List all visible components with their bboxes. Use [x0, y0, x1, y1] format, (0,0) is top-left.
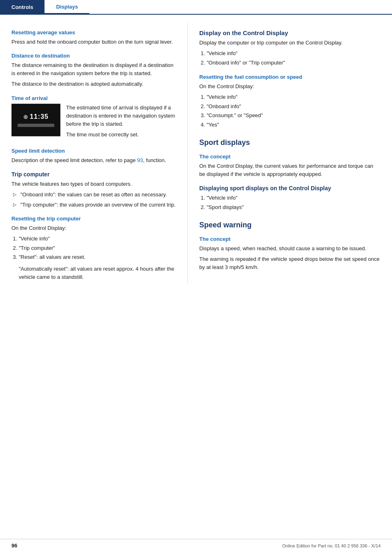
right-column: Display on the Control Display Display t… [188, 23, 392, 284]
page-footer: 96 Online Edition for Part no. 01 40 2 9… [0, 539, 392, 549]
heading-resetting-average: Resetting average values [11, 29, 176, 36]
heading-display-control: Display on the Control Display [199, 29, 381, 36]
section-resetting-fuel: Resetting the fuel consumption or speed … [199, 74, 381, 129]
heading-resetting-fuel: Resetting the fuel consumption or speed [199, 74, 381, 80]
text-resetting-trip-intro: On the Control Display: [11, 224, 176, 232]
step-resetting-trip-2: "Trip computer" [19, 244, 176, 253]
step-sport-2: "Sport displays" [207, 203, 381, 212]
section-display-control: Display on the Control Display Display t… [199, 29, 381, 67]
link-page93[interactable]: 93 [137, 157, 143, 163]
text-speed-warning-2: The warning is repeated if the vehicle s… [199, 255, 381, 271]
toa-image: ⊕ 11:35 [11, 104, 60, 136]
heading-time-of-arrival: Time of arrival [11, 95, 176, 101]
section-trip-computer: Trip computer The vehicle features two t… [11, 171, 176, 209]
tab-displays[interactable]: Displays [45, 0, 89, 14]
text-resetting-average: Press and hold the onboard computer butt… [11, 38, 176, 46]
toa-text-2: The time must be correctly set. [66, 131, 176, 139]
heading-sport-displays: Sport displays [199, 138, 381, 147]
text-speed-limit: Description of the speed limit detection… [11, 156, 176, 165]
step-display-control-2: "Onboard info" or "Trip computer" [207, 59, 381, 67]
steps-resetting-fuel: "Vehicle info" "Onboard info" "Consumpt.… [207, 93, 381, 129]
text-distance-2: The distance to the destination is adopt… [11, 80, 176, 88]
heading-trip-computer: Trip computer [11, 171, 176, 178]
toa-text-1: The estimated time of arrival is display… [66, 104, 176, 128]
steps-displaying-sport: "Vehicle info" "Sport displays" [207, 194, 381, 212]
subsection-sport-concept: The concept On the Control Display, the … [199, 153, 381, 178]
toa-bar [18, 124, 54, 127]
text-distance-1: The distance remaining to the destinatio… [11, 61, 176, 78]
section-resetting-average: Resetting average values Press and hold … [11, 29, 176, 46]
step-fuel-3: "Consumpt." or "Speed" [207, 111, 381, 120]
toa-description: The estimated time of arrival is display… [66, 104, 176, 142]
text-speed-warning-1: Displays a speed, when reached, should c… [199, 245, 381, 253]
text-sport-concept: On the Control Display, the current valu… [199, 162, 381, 178]
text-resetting-trip-note: "Automatically reset": all values are re… [19, 265, 176, 281]
section-speed-warning: Speed warning The concept Displays a spe… [199, 221, 381, 271]
page-header: Controls Displays [0, 0, 392, 15]
toa-time: 11:35 [30, 113, 49, 120]
bullet-onboard-info: "Onboard info": the values can be reset … [13, 191, 176, 199]
heading-speed-warning: Speed warning [199, 221, 381, 229]
step-sport-1: "Vehicle info" [207, 194, 381, 202]
subsection-displaying-sport: Displaying sport displays on the Control… [199, 185, 381, 212]
left-column: Resetting average values Press and hold … [0, 23, 188, 284]
section-resetting-trip: Resetting the trip computer On the Contr… [11, 216, 176, 282]
heading-speed-warning-concept: The concept [199, 236, 381, 242]
heading-sport-concept: The concept [199, 153, 381, 160]
text-trip-computer: The vehicle features two types of board … [11, 180, 176, 188]
tab-controls[interactable]: Controls [0, 0, 45, 14]
step-resetting-trip-3: "Reset": all values are reset. [19, 253, 176, 262]
subsection-speed-warning-concept: The concept Displays a speed, when reach… [199, 236, 381, 271]
toa-block: ⊕ 11:35 The estimated time of arrival is… [11, 104, 176, 142]
steps-display-control: "Vehicle info" "Onboard info" or "Trip c… [207, 49, 381, 67]
step-fuel-4: "Yes" [207, 121, 381, 129]
trip-computer-bullets: "Onboard info": the values can be reset … [13, 191, 176, 209]
page-number: 96 [11, 543, 17, 549]
step-display-control-1: "Vehicle info" [207, 49, 381, 58]
heading-speed-limit: Speed limit detection [11, 148, 176, 154]
heading-displaying-sport: Displaying sport displays on the Control… [199, 185, 381, 191]
steps-resetting-trip: "Vehicle info" "Trip computer" "Reset": … [19, 235, 176, 262]
step-fuel-2: "Onboard info" [207, 102, 381, 111]
text-resetting-fuel-intro: On the Control Display: [199, 82, 381, 91]
heading-distance: Distance to destination [11, 53, 176, 59]
main-content: Resetting average values Press and hold … [0, 15, 392, 292]
bullet-trip-computer: "Trip computer": the values provide an o… [13, 201, 176, 209]
footer-copyright: Online Edition for Part no. 01 40 2 956 … [282, 543, 381, 548]
section-distance: Distance to destination The distance rem… [11, 53, 176, 88]
section-time-of-arrival: Time of arrival ⊕ 11:35 The estimated ti… [11, 95, 176, 142]
step-resetting-trip-1: "Vehicle info" [19, 235, 176, 243]
heading-resetting-trip: Resetting the trip computer [11, 216, 176, 222]
clock-icon: ⊕ [23, 113, 28, 120]
text-display-control: Display the computer or trip computer on… [199, 39, 381, 47]
section-speed-limit: Speed limit detection Description of the… [11, 148, 176, 165]
step-fuel-1: "Vehicle info" [207, 93, 381, 102]
section-sport-displays: Sport displays The concept On the Contro… [199, 138, 381, 212]
